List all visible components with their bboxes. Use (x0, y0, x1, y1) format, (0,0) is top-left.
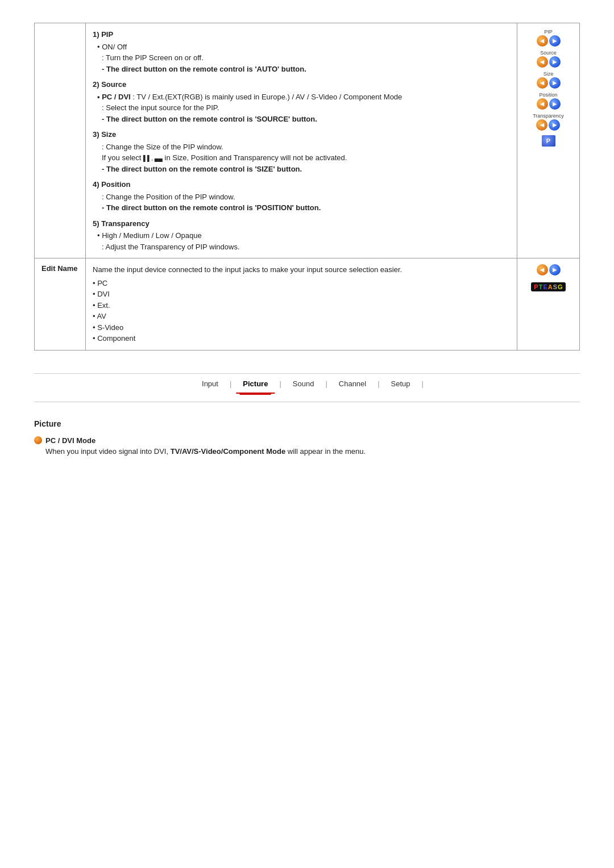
nav-bar-wrapper: Input | Picture | Sound | Channel | Setu… (34, 373, 580, 402)
transparency-section-title: 5) Transparency (93, 218, 510, 229)
picture-section: Picture PC / DVI Mode When you input vid… (34, 419, 580, 457)
source-icon-section: Source ◀ ▶ (537, 50, 561, 68)
size-bubbles: ◀ ▶ (537, 77, 561, 89)
pteasg-e: E (543, 283, 547, 290)
pteasg-a: A (548, 283, 553, 290)
position-desc: : Change the Position of the PIP window. (102, 191, 510, 203)
size-icon-section: Size ◀ ▶ (537, 71, 561, 89)
pip-label-cell (35, 23, 86, 258)
pip-icon-label: PIP (544, 29, 553, 35)
list-item: • AV (93, 311, 510, 322)
editname-items: • PC • DVI • Ext. • AV • S-Video • Compo… (93, 278, 510, 344)
nav-item-input[interactable]: Input (190, 377, 230, 390)
nav-active-underline (240, 393, 271, 395)
source-icon-label: Source (540, 50, 557, 56)
picture-item-0: PC / DVI Mode When you input video signa… (34, 435, 580, 457)
source-section-title: 2) Source (93, 79, 510, 90)
transparency-icon-label: Transparency (533, 113, 564, 119)
transparency-bubbles: ◀ ▶ (536, 119, 560, 131)
transparency-bubble-right: ▶ (549, 119, 560, 131)
picture-item-title: PC / DVI Mode (45, 436, 96, 445)
position-bubble-left: ◀ (537, 98, 548, 110)
pip-content-cell: 1) PIP • ON/ Off : Turn the PIP Screen o… (86, 23, 517, 258)
source-bubble-left: ◀ (537, 56, 548, 68)
transparency-icon-section: Transparency ◀ ▶ (533, 113, 564, 131)
size-section-title: 3) Size (93, 129, 510, 140)
pip-desc1: : Turn the PIP Screen on or off. (102, 52, 510, 64)
nav-bar: Input | Picture | Sound | Channel | Setu… (34, 374, 580, 394)
pip-right-panel: PIP ◀ ▶ Source (517, 23, 580, 258)
editname-right-panel: ◀ ▶ P T E A S G (517, 258, 580, 350)
size-icon-label: Size (544, 71, 554, 77)
nav-item-sound[interactable]: Sound (281, 377, 326, 390)
pip-bubbles: ◀ ▶ (537, 35, 561, 47)
transparency-sub: • High / Medium / Low / Opaque (97, 230, 510, 241)
nav-item-setup[interactable]: Setup (380, 377, 422, 390)
pip-bubble-right: ▶ (549, 35, 561, 47)
source-direct: - The direct button on the remote contro… (102, 114, 510, 125)
list-item: • PC (93, 278, 510, 289)
size-bubble-left: ◀ (537, 77, 548, 89)
pteasg-t: T (539, 283, 543, 290)
position-section-title: 4) Position (93, 179, 510, 190)
pteasg-s: S (553, 283, 557, 290)
size-bubble-right: ▶ (549, 77, 561, 89)
nav-bottom-line (34, 402, 580, 402)
editname-desc: Name the input device connected to the i… (93, 264, 510, 276)
p-badge: P (542, 135, 555, 147)
list-item: • S-Video (93, 322, 510, 333)
picture-item-text: PC / DVI Mode When you input video signa… (45, 435, 366, 457)
position-icon-label: Position (539, 92, 557, 98)
transparency-desc: : Adjust the Transparency of PIP windows… (102, 241, 510, 253)
source-bubbles: ◀ ▶ (537, 56, 561, 68)
nav-item-picture[interactable]: Picture (231, 377, 279, 390)
nav-sep-5: | (422, 379, 424, 388)
nav-item-channel[interactable]: Channel (327, 377, 377, 390)
size-direct: - The direct button on the remote contro… (102, 164, 510, 175)
list-item: • DVI (93, 289, 510, 300)
picture-heading: Picture (34, 419, 580, 428)
pip-on-off: • ON/ Off (97, 41, 510, 53)
editname-icons: ◀ ▶ P T E A S G (524, 264, 572, 291)
editname-bubble-left: ◀ (537, 264, 548, 276)
editname-label: Edit Name (35, 258, 86, 350)
pip-icon-section: PIP ◀ ▶ (537, 29, 561, 47)
picture-item-desc: When you input video signal into DVI, TV… (45, 447, 366, 456)
pteasg-g: G (558, 283, 563, 290)
pip-bubble-left: ◀ (537, 35, 548, 47)
size-desc: : Change the Size of the PIP window. (102, 141, 510, 153)
editname-content: Name the input device connected to the i… (86, 258, 517, 350)
source-desc: : Select the input source for the PIP. (102, 102, 510, 114)
transparency-bubble-left: ◀ (536, 119, 547, 131)
pteasg-bar: P T E A S G (531, 282, 565, 291)
pip-section-title: 1) PIP (93, 29, 510, 40)
position-bubbles: ◀ ▶ (537, 98, 561, 110)
position-bubble-right: ▶ (549, 98, 561, 110)
position-direct: - The direct button on the remote contro… (102, 202, 510, 214)
pteasg-p: P (534, 283, 538, 290)
list-item: • Ext. (93, 300, 510, 311)
position-icon-section: Position ◀ ▶ (537, 92, 561, 110)
editname-bubbles: ◀ ▶ (537, 264, 561, 276)
pip-direct: - The direct button on the remote contro… (102, 64, 510, 75)
main-instruction-table: 1) PIP • ON/ Off : Turn the PIP Screen o… (34, 23, 580, 350)
source-bubble-right: ▶ (549, 56, 561, 68)
editname-bubble-right: ▶ (549, 264, 561, 276)
list-item: • Component (93, 333, 510, 344)
size-note: If you select ▌▌, ▄▄ in Size, Position a… (102, 152, 510, 164)
orange-circle-icon (34, 436, 42, 444)
source-pc-dvi: • PC / DVI : TV / Ext.(EXT(RGB) is mainl… (97, 91, 510, 103)
